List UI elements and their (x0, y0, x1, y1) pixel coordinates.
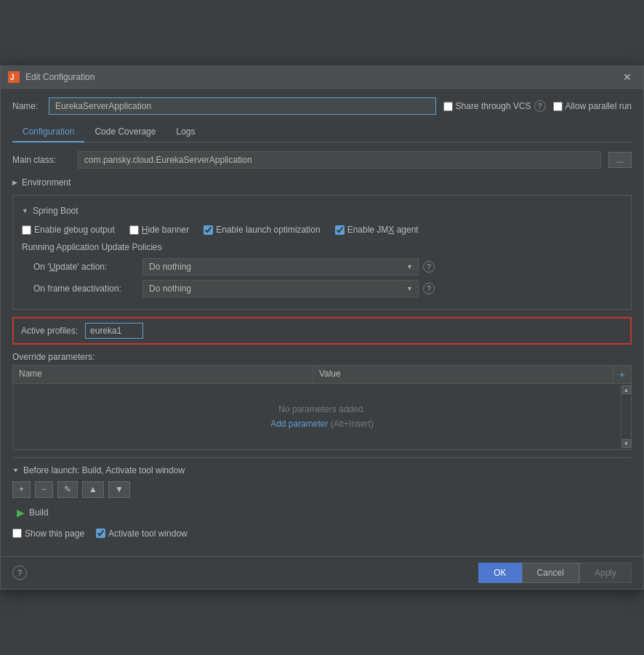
policies-section: Running Application Update Policies On '… (22, 242, 622, 297)
enable-launch-checkbox[interactable] (204, 225, 213, 235)
tab-configuration[interactable]: Configuration (12, 122, 84, 142)
environment-label: Environment (22, 177, 71, 188)
spring-boot-label: Spring Boot (33, 206, 79, 216)
bl-triangle-icon: ▼ (12, 467, 19, 474)
hide-banner-label: Hide banner (142, 225, 189, 235)
show-page-label: Show this page (25, 529, 84, 539)
tab-code-coverage[interactable]: Code Coverage (84, 122, 166, 142)
update-policy-row: On 'Update' action: Do nothing Update cl… (22, 258, 622, 276)
browse-button[interactable]: ... (608, 152, 632, 168)
add-param-icon[interactable]: + (619, 369, 625, 380)
share-vcs-label: Share through VCS (456, 101, 531, 111)
main-class-label: Main class: (12, 155, 71, 165)
deactivation-policy-row: On frame deactivation: Do nothing Update… (22, 280, 622, 297)
bottom-options: Show this page Activate tool window (12, 529, 632, 539)
active-profiles-section: Active profiles: (12, 317, 632, 345)
main-class-input[interactable] (78, 151, 601, 169)
build-icon: ▶ (17, 507, 25, 518)
apply-button[interactable]: Apply (579, 563, 632, 583)
value-column-header: Value (313, 366, 613, 383)
update-policy-wrap: Do nothing Update classes and resources … (142, 258, 435, 276)
share-vcs-checkbox[interactable] (443, 102, 453, 111)
deactivation-policy-label: On frame deactivation: (33, 284, 135, 294)
enable-debug-wrap: Enable debug output (22, 225, 115, 235)
help-button[interactable]: ? (12, 566, 27, 580)
bl-add-button[interactable]: + (12, 481, 31, 498)
edit-configuration-dialog: J Edit Configuration ✕ Name: Share throu… (0, 65, 644, 590)
hide-banner-wrap: Hide banner (129, 225, 189, 235)
enable-jmx-checkbox[interactable] (335, 225, 345, 235)
params-table: Name Value + No parameters added. Add pa… (12, 365, 632, 450)
svg-text:J: J (10, 73, 15, 81)
add-param-row: Add parameter (Alt+Insert) (270, 419, 374, 429)
deactivation-policy-wrap: Do nothing Update classes and resources … (142, 280, 435, 297)
override-label: Override parameters: (12, 352, 632, 362)
deactivation-policy-dropdown[interactable]: Do nothing Update classes and resources … (142, 280, 419, 297)
tabs-bar: Configuration Code Coverage Logs (12, 122, 632, 142)
enable-launch-wrap: Enable launch optimization (204, 225, 320, 235)
allow-parallel-label: Allow parallel run (565, 101, 632, 111)
update-dropdown-container: Do nothing Update classes and resources … (142, 258, 419, 276)
name-row: Name: Share through VCS ? Allow parallel… (12, 97, 632, 115)
bl-edit-button[interactable]: ✎ (57, 481, 78, 498)
build-label: Build (29, 507, 49, 518)
dialog-title: Edit Configuration (25, 72, 94, 82)
title-bar: J Edit Configuration ✕ (1, 66, 643, 89)
dialog-footer: ? OK Cancel Apply (1, 556, 643, 589)
deactivation-policy-help-icon[interactable]: ? (423, 283, 435, 294)
activate-window-checkbox[interactable] (96, 529, 105, 538)
active-profiles-label: Active profiles: (21, 326, 78, 336)
close-button[interactable]: ✕ (619, 71, 636, 84)
name-input[interactable] (49, 97, 436, 115)
active-profiles-input[interactable] (85, 323, 143, 339)
hide-banner-checkbox[interactable] (129, 225, 139, 235)
table-scrollbar: ▲ ▼ (621, 384, 631, 449)
add-param-link[interactable]: Add parameter (270, 419, 328, 429)
update-policy-help-icon[interactable]: ? (423, 261, 435, 273)
bl-down-button[interactable]: ▼ (108, 481, 130, 498)
bl-remove-button[interactable]: − (35, 481, 53, 498)
allow-parallel-checkbox[interactable] (553, 102, 563, 111)
update-policy-dropdown[interactable]: Do nothing Update classes and resources … (142, 258, 419, 276)
show-page-wrap: Show this page (12, 529, 84, 539)
add-column-header: + (613, 366, 631, 383)
environment-header[interactable]: ▶ Environment (12, 174, 632, 190)
share-vcs-wrap: Share through VCS ? (443, 100, 546, 112)
environment-section: ▶ Environment (12, 174, 632, 190)
spring-boot-checkboxes: Enable debug output Hide banner Enable l… (22, 225, 622, 235)
allow-parallel-wrap: Allow parallel run (553, 101, 632, 111)
build-item: ▶ Build (12, 504, 632, 521)
dialog-body: Name: Share through VCS ? Allow parallel… (1, 89, 643, 556)
name-column-header: Name (13, 366, 313, 383)
override-params-section: Override parameters: Name Value + No par… (12, 352, 632, 450)
before-launch-tools: + − ✎ ▲ ▼ (12, 481, 632, 498)
table-header: Name Value + (13, 366, 631, 384)
activate-window-label: Activate tool window (108, 529, 188, 539)
app-icon: J (8, 71, 20, 83)
share-vcs-help-icon[interactable]: ? (534, 100, 546, 112)
bl-up-button[interactable]: ▲ (82, 481, 104, 498)
enable-debug-label: Enable debug output (34, 225, 115, 235)
update-policy-label: On 'Update' action: (33, 262, 135, 272)
enable-debug-checkbox[interactable] (22, 225, 31, 235)
tab-logs[interactable]: Logs (166, 122, 205, 142)
cancel-button[interactable]: Cancel (522, 563, 579, 583)
enable-jmx-wrap: Enable JMX agent (335, 225, 419, 235)
ok-button[interactable]: OK (478, 563, 521, 583)
no-params-text: No parameters added. (278, 404, 365, 414)
scroll-down-button[interactable]: ▼ (622, 439, 631, 448)
enable-jmx-label: Enable JMX agent (347, 225, 419, 235)
name-options: Share through VCS ? Allow parallel run (443, 100, 632, 112)
main-class-row: Main class: ... (12, 151, 632, 169)
add-param-hint: (Alt+Insert) (331, 419, 374, 429)
activate-window-wrap: Activate tool window (96, 529, 188, 539)
before-launch-header: ▼ Before launch: Build, Activate tool wi… (12, 465, 632, 475)
spring-boot-header[interactable]: ▼ Spring Boot (22, 203, 622, 219)
before-launch-label: Before launch: Build, Activate tool wind… (23, 465, 185, 475)
scroll-up-button[interactable]: ▲ (622, 385, 631, 394)
spring-boot-section: ▼ Spring Boot Enable debug output Hide b… (12, 195, 632, 310)
show-page-checkbox[interactable] (12, 529, 22, 538)
table-body: No parameters added. Add parameter (Alt+… (13, 384, 631, 449)
before-launch-section: ▼ Before launch: Build, Activate tool wi… (12, 457, 632, 521)
env-triangle-icon: ▶ (12, 179, 17, 186)
